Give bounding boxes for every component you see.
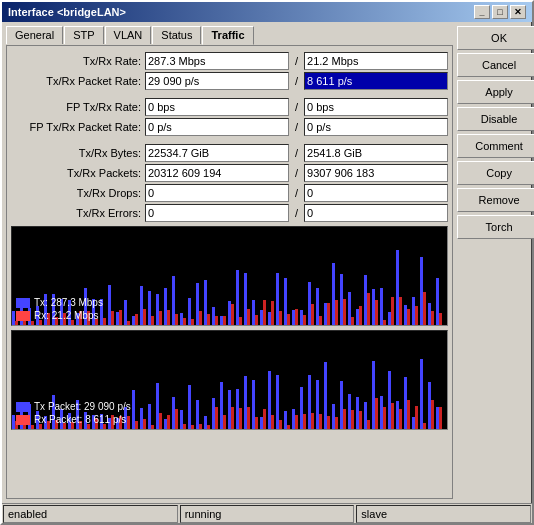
svg-rect-68 [284,278,287,325]
tab-status[interactable]: Status [152,26,201,44]
svg-rect-94 [388,312,391,325]
svg-rect-44 [188,298,191,325]
svg-rect-211 [423,423,426,429]
svg-rect-26 [116,312,119,325]
svg-rect-38 [164,288,167,325]
svg-rect-83 [343,299,346,325]
svg-rect-215 [439,407,442,429]
remove-button[interactable]: Remove [457,188,534,212]
txrx-drops-rx-input[interactable] [304,184,448,202]
svg-rect-185 [319,414,322,429]
txrx-errors-tx-input[interactable] [145,204,289,222]
fp-txrx-packet-tx-input[interactable] [145,118,289,136]
svg-rect-194 [356,397,359,429]
svg-rect-103 [423,292,426,325]
svg-rect-163 [231,407,234,429]
svg-rect-200 [380,396,383,429]
minimize-button[interactable]: _ [474,5,490,19]
svg-rect-66 [276,273,279,325]
svg-rect-206 [404,377,407,429]
svg-rect-175 [279,420,282,429]
txrx-packets-tx-input[interactable] [145,164,289,182]
txrx-drops-tx-input[interactable] [145,184,289,202]
svg-rect-65 [271,301,274,325]
cancel-button[interactable]: Cancel [457,53,534,77]
disable-button[interactable]: Disable [457,107,534,131]
svg-rect-23 [103,318,106,325]
close-button[interactable]: ✕ [510,5,526,19]
svg-rect-75 [311,304,314,325]
txrx-drops-label: Tx/Rx Drops: [11,187,141,199]
svg-rect-181 [303,414,306,429]
txrx-errors-row: Tx/Rx Errors: / [11,204,448,222]
svg-rect-165 [239,408,242,429]
svg-rect-204 [396,401,399,429]
tab-stp[interactable]: STP [64,26,103,44]
txrx-errors-rx-input[interactable] [304,204,448,222]
txrx-rate-rx-input[interactable] [304,52,448,70]
svg-rect-49 [207,314,210,325]
svg-rect-196 [364,402,367,429]
svg-rect-168 [252,380,255,429]
txrx-bytes-tx-input[interactable] [145,144,289,162]
tab-traffic[interactable]: Traffic [202,26,253,45]
svg-rect-150 [180,410,183,429]
spacer2 [11,138,448,142]
fp-txrx-packet-rate-label: FP Tx/Rx Packet Rate: [11,121,141,133]
svg-rect-5 [31,321,34,325]
ok-button[interactable]: OK [457,26,534,50]
svg-rect-85 [351,317,354,325]
svg-rect-81 [335,300,338,325]
txrx-packet-tx-input[interactable] [145,72,289,90]
traffic-panel: Tx/Rx Rate: / Tx/Rx Packet Rate: / FP Tx… [6,45,453,499]
packet-legend-tx-label: Tx Packet: 29 090 p/s [34,401,131,412]
svg-rect-160 [220,382,223,429]
comment-button[interactable]: Comment [457,134,534,158]
svg-rect-57 [239,317,242,325]
fp-txrx-rate-rx-input[interactable] [304,98,448,116]
svg-rect-198 [372,361,375,429]
fp-txrx-rate-tx-input[interactable] [145,98,289,116]
txrx-packet-rx-input[interactable] [304,72,448,90]
svg-rect-162 [228,390,231,429]
svg-rect-140 [140,408,143,429]
fp-txrx-packet-rx-input[interactable] [304,118,448,136]
svg-rect-152 [188,385,191,429]
copy-button[interactable]: Copy [457,161,534,185]
maximize-button[interactable]: □ [492,5,508,19]
svg-rect-193 [351,410,354,429]
rate-legend-tx-color [16,298,30,308]
packet-legend-rx-label: Rx Packet: 8 611 p/s [34,414,126,425]
svg-rect-80 [332,263,335,325]
svg-rect-214 [436,407,439,429]
svg-rect-209 [415,406,418,429]
svg-rect-104 [428,303,431,325]
tab-vlan[interactable]: VLAN [105,26,152,44]
svg-rect-77 [319,316,322,325]
svg-rect-28 [124,300,127,325]
tab-general[interactable]: General [6,26,63,44]
svg-rect-71 [295,309,298,325]
svg-rect-69 [287,314,290,325]
svg-rect-32 [140,286,143,325]
svg-rect-169 [255,417,258,429]
txrx-packets-rx-input[interactable] [304,164,448,182]
fp-txrx-packet-rate-row: FP Tx/Rx Packet Rate: / [11,118,448,136]
txrx-bytes-rx-input[interactable] [304,144,448,162]
svg-rect-190 [340,381,343,429]
svg-rect-149 [175,409,178,429]
svg-rect-159 [215,407,218,429]
svg-rect-54 [228,301,231,325]
svg-rect-60 [252,300,255,325]
svg-rect-170 [260,417,263,429]
svg-rect-92 [380,288,383,325]
packet-chart-legend: Tx Packet: 29 090 p/s Rx Packet: 8 611 p… [16,401,131,425]
svg-rect-164 [236,389,239,429]
apply-button[interactable]: Apply [457,80,534,104]
svg-rect-106 [436,278,439,325]
torch-button[interactable]: Torch [457,215,534,239]
svg-rect-148 [172,397,175,429]
svg-rect-207 [407,400,410,429]
svg-rect-53 [223,316,226,325]
txrx-rate-tx-input[interactable] [145,52,289,70]
